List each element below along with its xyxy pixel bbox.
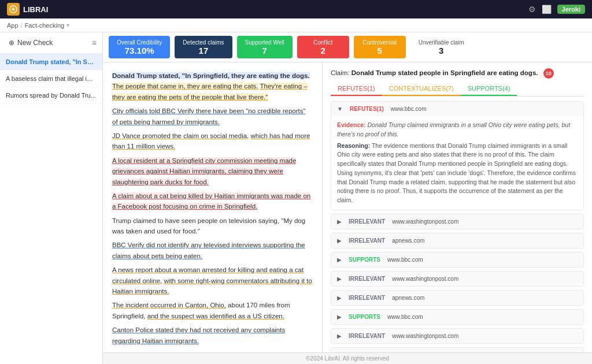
stat-unverifiable-label: Unverifiable claim xyxy=(419,39,464,46)
breadcrumb-app[interactable]: App xyxy=(7,22,18,29)
stat-unverifiable-value: 3 xyxy=(439,46,443,55)
claim-header: Claim: Donald Trump stated people in Spr… xyxy=(331,68,584,79)
stats-bar: Overall Credibility 73.10% Detected clai… xyxy=(103,32,592,62)
evidence-item-1-body: Evidence: Donald Trump claimed immigrant… xyxy=(331,116,583,210)
layout-icon[interactable]: ⬜ xyxy=(542,5,552,14)
stat-supported-value: 7 xyxy=(262,46,267,55)
logo: LIBRAI xyxy=(7,3,48,16)
new-check-label: New Check xyxy=(17,39,53,47)
stat-overall: Overall Credibility 73.10% xyxy=(109,36,170,58)
ev8-chevron: ▶ xyxy=(337,333,342,339)
stat-conflict-label: Conflict xyxy=(313,39,332,46)
menu-icon[interactable]: ≡ xyxy=(92,38,97,47)
article-p8: A news report about a woman arrested for… xyxy=(112,265,313,296)
ev5-tag: IRRELEVANT xyxy=(345,275,388,283)
ev4-chevron: ▶ xyxy=(337,257,342,263)
evidence-item-1: ▼ REFUTES(1) www.bbc.com Evidence: Donal… xyxy=(331,101,584,210)
evidence-count-badge: 10 xyxy=(543,68,554,79)
article-seg-blue3: Canton Police stated they had not receiv… xyxy=(112,326,285,344)
tab-supports[interactable]: SUPPORTS(4) xyxy=(461,82,517,96)
ev1-evidence-text: Donald Trump claimed immigrants in a sma… xyxy=(337,121,570,138)
ev1-source: www.bbc.com xyxy=(391,106,427,112)
claim-text: Donald Trump stated people in Springfiel… xyxy=(352,69,538,76)
sidebar-header: ⊕ New Check ≡ xyxy=(0,32,102,54)
panels: Donald Trump stated, "In Springfield, th… xyxy=(103,62,592,352)
sidebar: ⊕ New Check ≡ Donald Trump stated, "In S… xyxy=(0,32,103,364)
stat-supported: Supported Well 7 xyxy=(237,36,293,58)
stat-overall-value: 73.10% xyxy=(125,46,154,55)
article-p2: City officials told BBC Verify there hav… xyxy=(112,106,313,127)
breadcrumb-chevron[interactable]: ▾ xyxy=(66,22,69,28)
ev6-source: apnews.com xyxy=(392,295,424,301)
logo-icon xyxy=(7,3,20,16)
sidebar-item-3[interactable]: Rumors spread by Donald Tru... xyxy=(0,87,102,104)
user-badge[interactable]: Jeroki xyxy=(557,5,585,14)
article-seg-orange5: The incident occurred in Canton, Ohio, xyxy=(112,302,226,309)
evidence-item-8: ▶ IRRELEVANT www.washingtonpost.com xyxy=(331,328,584,344)
claim-sentence: Donald Trump stated, "In Springfield, th… xyxy=(112,72,310,79)
article-p1: Donald Trump stated, "In Springfield, th… xyxy=(112,70,313,102)
ev5-chevron: ▶ xyxy=(337,276,342,282)
ev1-reasoning-label: Reasoning: xyxy=(337,142,370,149)
evidence-item-2: ▶ IRRELEVANT www.washingtonpost.com xyxy=(331,214,584,229)
stat-detected-value: 17 xyxy=(199,46,209,55)
evidence-item-9-header[interactable]: ▶ IRRELEVANT apnews.com xyxy=(331,348,583,352)
footer: ©2024 LibrAI. All rights reserved xyxy=(103,352,592,364)
stat-conflict: Conflict 2 xyxy=(297,36,349,58)
ev7-tag: SUPPORTS xyxy=(345,313,384,321)
ev2-chevron: ▶ xyxy=(337,218,342,225)
ev1-evidence-line: Evidence: Donald Trump claimed immigrant… xyxy=(337,121,578,139)
stat-unverifiable: Unverifiable claim 3 xyxy=(410,36,472,58)
ev2-source: www.washingtonpost.com xyxy=(392,218,458,225)
settings-icon[interactable]: ⚙ xyxy=(528,5,536,14)
article-p9: The incident occurred in Canton, Ohio, a… xyxy=(112,300,313,321)
evidence-item-4-header[interactable]: ▶ SUPPORTS www.bbc.com xyxy=(331,252,583,267)
ev8-tag: IRRELEVANT xyxy=(345,332,388,340)
breadcrumb-section[interactable]: Fact-checking xyxy=(25,22,64,29)
topbar: LIBRAI ⚙ ⬜ Jeroki xyxy=(0,0,592,18)
article-p4: A local resident at a Springfield city c… xyxy=(112,155,313,187)
ev1-evidence-label: Evidence: xyxy=(337,121,366,128)
article-seg-blue2: BBC Verify did not identify any televise… xyxy=(112,242,305,259)
new-check-button[interactable]: ⊕ New Check xyxy=(6,37,56,49)
sidebar-item-2[interactable]: A baseless claim that illegal im... xyxy=(0,70,102,87)
evidence-item-7: ▶ SUPPORTS www.bbc.com xyxy=(331,309,584,325)
article-seg-orange1: JD Vance promoted the claim on social me… xyxy=(112,132,249,139)
evidence-item-1-header[interactable]: ▼ REFUTES(1) www.bbc.com xyxy=(331,102,583,116)
evidence-item-8-header[interactable]: ▶ IRRELEVANT www.washingtonpost.com xyxy=(331,329,583,343)
article-p7: BBC Verify did not identify any televise… xyxy=(112,240,313,261)
ev6-tag: IRRELEVANT xyxy=(345,294,388,302)
ev4-source: www.bbc.com xyxy=(387,257,423,263)
evidence-item-6: ▶ IRRELEVANT apnews.com xyxy=(331,290,584,306)
article-p3: JD Vance promoted the claim on social me… xyxy=(112,131,313,152)
evidence-item-7-header[interactable]: ▶ SUPPORTS www.bbc.com xyxy=(331,310,583,324)
ev3-source: apnews.com xyxy=(392,237,424,244)
ev2-tag: IRRELEVANT xyxy=(345,218,388,225)
evidence-panel: Claim: Donald Trump stated people in Spr… xyxy=(323,62,592,352)
article-panel: Donald Trump stated, "In Springfield, th… xyxy=(103,62,323,352)
content-area: Overall Credibility 73.10% Detected clai… xyxy=(103,32,592,364)
ev1-reasoning-line: Reasoning: The evidence mentions that Do… xyxy=(337,142,578,205)
plus-icon: ⊕ xyxy=(9,39,14,47)
ev4-tag: SUPPORTS xyxy=(345,256,384,263)
evidence-item-6-header[interactable]: ▶ IRRELEVANT apnews.com xyxy=(331,291,583,305)
stat-controversial: Controversial 5 xyxy=(354,36,406,58)
article-p5: A claim about a cat being killed by Hait… xyxy=(112,191,313,212)
tab-contextualizes[interactable]: CONTEXTUALIZES(7) xyxy=(382,82,461,96)
tab-refutes[interactable]: REFUTES(1) xyxy=(331,82,382,96)
evidence-item-2-header[interactable]: ▶ IRRELEVANT www.washingtonpost.com xyxy=(331,214,583,229)
evidence-item-5-header[interactable]: ▶ IRRELEVANT www.washingtonpost.com xyxy=(331,272,583,286)
stat-detected-label: Detected claims xyxy=(183,39,224,46)
ev3-tag: IRRELEVANT xyxy=(345,237,388,244)
evidence-item-9: ▶ IRRELEVANT apnews.com xyxy=(331,347,584,352)
stat-overall-label: Overall Credibility xyxy=(117,39,162,46)
claim-label: Claim: xyxy=(331,69,350,76)
evidence-tabs: REFUTES(1) CONTEXTUALIZES(7) SUPPORTS(4) xyxy=(331,82,584,96)
stat-controversial-label: Controversial xyxy=(362,39,397,46)
article-seg-red2: A claim about a cat being killed by Hait… xyxy=(112,192,310,210)
evidence-item-3-header[interactable]: ▶ IRRELEVANT apnews.com xyxy=(331,233,583,248)
sidebar-item-1[interactable]: Donald Trump stated, "In Spri..." xyxy=(0,54,102,70)
breadcrumb: App / Fact-checking ▾ xyxy=(0,18,592,32)
article-p10: Canton Police stated they had not receiv… xyxy=(112,325,313,346)
article-seg-yellow1: The people that came in, they are eating… xyxy=(112,83,258,90)
